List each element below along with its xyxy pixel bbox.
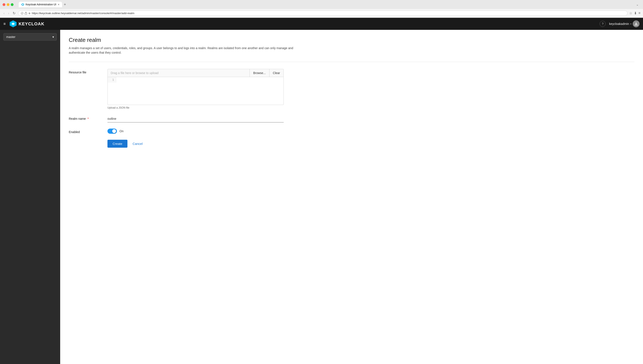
app-logo: KEYCLOAK <box>9 20 45 28</box>
create-realm-form: Resource file Drag a file here or browse… <box>69 69 284 134</box>
enabled-toggle[interactable] <box>107 128 117 134</box>
lock-icon <box>25 12 27 14</box>
main-content: Create realm A realm manages a set of us… <box>60 30 643 364</box>
required-indicator: * <box>87 117 89 120</box>
enabled-label: Enabled <box>69 128 107 134</box>
section-divider <box>69 62 634 62</box>
realm-name-row: Realm name * <box>69 115 284 122</box>
editor-line-1: 1 <box>108 77 284 83</box>
realm-name-label: Realm name * <box>69 115 107 120</box>
upload-placeholder: Drag a file here or browse to upload <box>108 69 250 77</box>
upload-area[interactable]: Drag a file here or browse to upload Bro… <box>107 69 284 77</box>
enabled-control: On <box>107 128 284 134</box>
extensions-icon[interactable]: ⬇ <box>634 11 637 15</box>
line-number-1: 1 <box>108 77 116 83</box>
resource-file-control: Drag a file here or browse to upload Bro… <box>107 69 284 109</box>
json-editor[interactable]: 1 <box>107 77 284 105</box>
user-name: keycloakadmin <box>609 22 629 26</box>
tab-favicon-icon <box>21 3 24 6</box>
bookmark-icon[interactable]: ☆ <box>629 11 632 15</box>
user-menu[interactable]: keycloakadmin ▾ <box>609 20 639 27</box>
realm-name-control <box>107 115 284 122</box>
top-navigation: ≡ KEYCLOAK ? keycloakadmin ▾ <box>0 18 643 30</box>
realm-selector-value: master <box>6 35 16 39</box>
resource-file-label: Resource file <box>69 69 107 74</box>
tab-title: Keycloak Administration UI <box>26 3 56 6</box>
svg-point-7 <box>635 22 637 24</box>
address-bar[interactable]: ⊕ https://keycloak.outline.heyvaldemar.n… <box>18 10 627 16</box>
page-title: Create realm <box>69 37 634 43</box>
svg-rect-3 <box>25 13 27 14</box>
page-description: A realm manages a set of users, credenti… <box>69 46 305 55</box>
keycloak-logo-icon <box>9 20 17 28</box>
browser-menu-btn[interactable]: ≡ <box>638 11 640 15</box>
upload-hint: Upload a JSON file <box>107 106 284 109</box>
toggle-slider[interactable] <box>107 128 117 134</box>
user-dropdown-arrow: ▾ <box>630 23 631 25</box>
tab-close-button[interactable]: ✕ <box>58 3 60 6</box>
resource-file-row: Resource file Drag a file here or browse… <box>69 69 284 109</box>
sidebar: master ▾ <box>0 30 60 364</box>
realm-name-input[interactable] <box>107 115 284 122</box>
traffic-light-red[interactable] <box>3 3 5 6</box>
traffic-light-green[interactable] <box>11 3 14 6</box>
enabled-row: Enabled On <box>69 128 284 134</box>
avatar <box>633 20 639 27</box>
tracker-icon: ⊕ <box>28 12 31 15</box>
logo-text: KEYCLOAK <box>19 22 45 26</box>
traffic-light-yellow[interactable] <box>7 3 10 6</box>
reload-button[interactable]: ↻ <box>12 10 16 16</box>
help-button[interactable]: ? <box>600 21 606 27</box>
toggle-state-label: On <box>119 130 124 133</box>
toggle-row: On <box>107 128 284 134</box>
browser-tab-active[interactable]: Keycloak Administration UI ✕ <box>19 2 62 7</box>
form-actions: Create Cancel <box>69 140 634 148</box>
line-content-1[interactable] <box>116 77 284 83</box>
browse-button[interactable]: Browse... <box>250 69 269 77</box>
forward-button[interactable]: › <box>7 10 10 16</box>
clear-button[interactable]: Clear <box>269 69 284 77</box>
back-button[interactable]: ‹ <box>3 10 5 16</box>
security-icon <box>21 12 24 14</box>
hamburger-menu[interactable]: ≡ <box>4 22 6 26</box>
browser-menu-icon[interactable]: ⌄ <box>636 3 640 6</box>
realm-selector-arrow: ▾ <box>53 35 54 39</box>
create-button[interactable]: Create <box>107 140 127 148</box>
realm-selector[interactable]: master ▾ <box>4 33 57 40</box>
url-text: https://keycloak.outline.heyvaldemar.net… <box>32 12 134 15</box>
new-tab-button[interactable]: + <box>64 2 66 7</box>
cancel-button[interactable]: Cancel <box>131 140 144 148</box>
